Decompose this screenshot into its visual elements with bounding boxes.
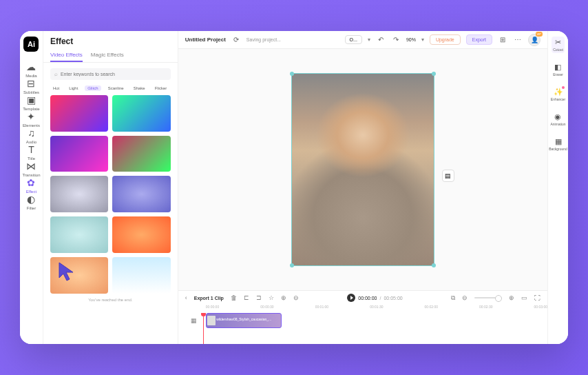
timeline: ‹ Export 1 Clip 🗑 ⊏ ⊐ ☆ ⊕ ⊖ 00:00:00 / 0… bbox=[178, 290, 547, 344]
crop-icon[interactable]: ⊐ bbox=[256, 294, 262, 301]
split-icon[interactable]: ⊏ bbox=[244, 294, 249, 301]
zoom-slider[interactable] bbox=[474, 297, 502, 298]
project-name[interactable]: Untitled Project bbox=[185, 37, 226, 43]
eraser-icon: ◧ bbox=[554, 63, 561, 72]
tool-background[interactable]: ▦Background bbox=[547, 136, 568, 152]
export-title: Export 1 Clip bbox=[194, 296, 224, 301]
filter-flicker[interactable]: Flicker bbox=[152, 85, 170, 91]
effect-thumb[interactable] bbox=[50, 136, 108, 172]
tool-eraser[interactable]: ◧Eraser bbox=[552, 61, 565, 78]
effect-thumb[interactable] bbox=[50, 95, 108, 132]
filter-shake[interactable]: Shake bbox=[131, 85, 148, 91]
left-sidebar: Ai ☁Media⊟Subtitles▣Template✦Elements♫Au… bbox=[20, 31, 43, 344]
more-icon[interactable]: ⋯ bbox=[513, 35, 523, 45]
filter-hot[interactable]: Hot bbox=[50, 85, 62, 91]
filter-scanline[interactable]: Scanline bbox=[105, 85, 127, 91]
track-area[interactable]: ▦ wildershaw08_Stylish_caucasian_... bbox=[178, 313, 547, 344]
fit-icon[interactable]: ▭ bbox=[521, 294, 527, 301]
background-icon: ▦ bbox=[555, 137, 562, 146]
play-button[interactable] bbox=[347, 294, 355, 302]
video-clip[interactable]: wildershaw08_Stylish_caucasian_... bbox=[206, 313, 282, 328]
time-total: 00:05:00 bbox=[384, 296, 402, 301]
playhead[interactable] bbox=[203, 313, 204, 344]
tool3-icon[interactable]: ⊖ bbox=[293, 294, 299, 301]
subtitles-icon: ⊟ bbox=[25, 78, 36, 89]
effects-panel: Effect Video EffectsMagic Effects ⌕ HotL… bbox=[43, 31, 178, 344]
nav-template[interactable]: ▣Template bbox=[22, 94, 40, 111]
nav-subtitles[interactable]: ⊟Subtitles bbox=[22, 78, 40, 94]
ratio-dropdown[interactable]: O... bbox=[345, 35, 362, 44]
redo-icon[interactable]: ↷ bbox=[391, 35, 401, 45]
main-area: Untitled Project ⟳ Saving project... O..… bbox=[178, 31, 547, 344]
sync-icon: ⟳ bbox=[231, 35, 241, 45]
time-ruler[interactable]: 00:00:0000:00:3000:01:0000:01:3000:02:00… bbox=[178, 305, 547, 313]
nav-filter[interactable]: ◐Filter bbox=[22, 194, 40, 210]
search-input[interactable] bbox=[61, 72, 167, 77]
filter-light[interactable]: Light bbox=[66, 85, 81, 91]
preview-canvas[interactable]: ▤ bbox=[178, 49, 547, 290]
fullscreen-icon[interactable]: ⛶ bbox=[534, 294, 540, 301]
delete-icon[interactable]: 🗑 bbox=[231, 294, 237, 301]
tool-icon[interactable]: ☆ bbox=[269, 294, 274, 301]
upgrade-button[interactable]: Upgrade bbox=[430, 34, 461, 45]
zoomin-icon[interactable]: ⊕ bbox=[509, 294, 514, 301]
effect-thumb[interactable] bbox=[50, 176, 108, 212]
search-box[interactable]: ⌕ bbox=[50, 68, 171, 80]
tool-cutout[interactable]: ✂Cutout bbox=[552, 37, 565, 53]
panel-tabs: Video EffectsMagic Effects bbox=[43, 49, 178, 63]
effects-grid bbox=[43, 95, 178, 294]
filter-chips: HotLightGlitchScanlineShakeFlicker bbox=[43, 85, 178, 95]
effect-thumb[interactable] bbox=[112, 95, 170, 132]
nav-audio[interactable]: ♫Audio bbox=[22, 128, 40, 144]
saving-status: Saving project... bbox=[246, 37, 281, 42]
nav-title[interactable]: TTitle bbox=[22, 144, 40, 161]
tab-magic-effects[interactable]: Magic Effects bbox=[91, 49, 124, 62]
effect-thumb[interactable] bbox=[112, 176, 170, 212]
search-icon: ⌕ bbox=[54, 71, 58, 77]
enhancer-icon: ✨ bbox=[554, 88, 563, 97]
tab-video-effects[interactable]: Video Effects bbox=[50, 49, 83, 62]
title-icon: T bbox=[25, 144, 36, 155]
playback-time: 00:00:00 / 00:05:00 bbox=[347, 294, 402, 302]
nav-transition[interactable]: ⋈Transition bbox=[22, 161, 40, 177]
end-message: You've reached the end. bbox=[43, 294, 178, 306]
effect-thumb[interactable] bbox=[50, 216, 108, 253]
animation-icon: ◉ bbox=[554, 112, 561, 121]
tool2-icon[interactable]: ⊕ bbox=[281, 294, 286, 301]
transition-icon: ⋈ bbox=[25, 161, 36, 172]
link-icon[interactable]: ⧉ bbox=[451, 294, 455, 302]
elements-icon: ✦ bbox=[25, 111, 36, 122]
effect-icon: ✿ bbox=[25, 177, 36, 188]
tool-enhancer[interactable]: ✨Enhancer bbox=[549, 86, 567, 103]
panel-title: Effect bbox=[43, 31, 178, 49]
nav-media[interactable]: ☁Media bbox=[22, 61, 40, 78]
top-bar: Untitled Project ⟳ Saving project... O..… bbox=[178, 31, 547, 49]
zoomout-icon[interactable]: ⊖ bbox=[462, 294, 468, 301]
selected-media[interactable]: ▤ bbox=[291, 73, 434, 266]
track-icon[interactable]: ▦ bbox=[191, 317, 197, 324]
layer-button[interactable]: ▤ bbox=[442, 170, 454, 182]
zoom-level[interactable]: 90% bbox=[406, 37, 416, 42]
filter-glitch[interactable]: Glitch bbox=[85, 85, 101, 91]
undo-icon[interactable]: ↶ bbox=[376, 35, 386, 45]
template-icon: ▣ bbox=[25, 94, 36, 105]
settings-icon[interactable]: ⊞ bbox=[498, 35, 507, 45]
back-icon[interactable]: ‹ bbox=[185, 294, 187, 301]
nav-elements[interactable]: ✦Elements bbox=[22, 111, 40, 128]
audio-icon: ♫ bbox=[25, 128, 36, 139]
effect-thumb[interactable] bbox=[112, 216, 170, 253]
right-toolbar: ✂Cutout◧Eraser✨Enhancer◉Animation▦Backgr… bbox=[547, 31, 568, 344]
cutout-icon: ✂ bbox=[555, 38, 561, 47]
user-avatar[interactable]: 👤VIP bbox=[528, 34, 540, 46]
nav-effect[interactable]: ✿Effect bbox=[22, 177, 40, 194]
media-icon: ☁ bbox=[25, 61, 36, 72]
export-button[interactable]: Export bbox=[466, 34, 492, 45]
effect-thumb[interactable] bbox=[112, 257, 170, 294]
filter-icon: ◐ bbox=[25, 194, 36, 205]
tool-animation[interactable]: ◉Animation bbox=[549, 111, 567, 128]
effect-thumb[interactable] bbox=[50, 257, 108, 294]
app-logo[interactable]: Ai bbox=[23, 37, 39, 52]
time-current: 00:00:00 bbox=[358, 296, 377, 301]
effect-thumb[interactable] bbox=[112, 136, 170, 172]
